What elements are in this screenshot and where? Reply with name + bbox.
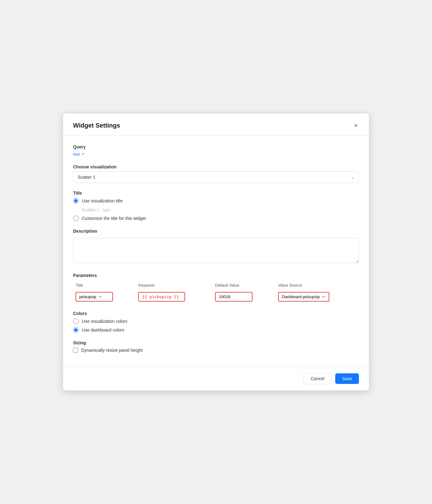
col-value-source: Value Source [276,281,359,290]
param-source-value: Dashboard pickupzip ✏ [278,292,329,302]
param-default-cell: 10018 [213,290,275,303]
colors-section: Colors Use visualization colors Use dash… [73,311,359,333]
description-section: Description [73,229,359,264]
dynamic-resize-label: Dynamically resize panel height [81,348,143,353]
use-dashboard-colors-radio[interactable] [73,327,79,333]
use-viz-colors-label: Use visualization colors [82,319,127,324]
param-default-value: 10018 [215,292,253,302]
save-button[interactable]: Save [335,373,359,384]
external-link-icon: ↗ [81,152,84,156]
visualization-select-wrapper: Scatter 1 Scatter 2 Bar Chart Line Chart… [73,171,359,183]
cancel-button[interactable]: Cancel [303,373,331,384]
dynamic-resize-checkbox[interactable] [73,348,78,353]
param-source-edit-icon[interactable]: ✏ [322,294,326,299]
customize-title-option[interactable]: Customize the title for this widget [73,216,359,221]
visualization-select[interactable]: Scatter 1 Scatter 2 Bar Chart Line Chart [73,171,359,183]
title-section: Title Use visualization title Scatter 1 … [73,191,359,221]
query-section: Query taxi ↗ [73,144,359,157]
description-textarea[interactable] [73,238,359,263]
param-source-text: Dashboard pickupzip [282,294,320,299]
title-label: Title [73,191,359,196]
param-title-text: pickupzip [79,294,96,299]
visualization-section: Choose visualization Scatter 1 Scatter 2… [73,164,359,183]
parameters-table: Title Keyword Default Value Value Source… [73,281,359,303]
use-viz-title-option[interactable]: Use visualization title [73,198,359,204]
visualization-label: Choose visualization [73,164,359,169]
query-label: Query [73,144,359,149]
colors-label: Colors [73,311,359,316]
col-default-value: Default Value [213,281,275,290]
sizing-label: Sizing [73,340,359,345]
widget-settings-modal: Widget Settings × Query taxi ↗ Choose vi… [63,114,369,390]
modal-header: Widget Settings × [63,114,369,136]
use-viz-title-radio[interactable] [73,198,79,204]
use-viz-title-label: Use visualization title [82,198,123,203]
query-link-text: taxi [73,152,80,157]
customize-title-label: Customize the title for this widget [82,216,146,221]
customize-title-radio[interactable] [73,216,79,221]
col-keyword: Keyword [136,281,213,290]
param-keyword-cell: {{ pickupzip }} [136,290,213,303]
dynamic-resize-option[interactable]: Dynamically resize panel height [73,348,359,353]
modal-footer: Cancel Save [63,368,369,390]
param-title-cell: pickupzip ✏ [73,290,136,303]
description-label: Description [73,229,359,234]
use-dashboard-colors-option[interactable]: Use dashboard colors [73,327,359,333]
table-row: pickupzip ✏ {{ pickupzip }} 10018 [73,290,359,303]
colors-radio-group: Use visualization colors Use dashboard c… [73,318,359,333]
modal-body: Query taxi ↗ Choose visualization Scatte… [63,136,369,368]
use-viz-colors-radio[interactable] [73,318,79,324]
modal-title: Widget Settings [73,122,120,129]
close-button[interactable]: × [353,121,359,130]
sizing-section: Sizing Dynamically resize panel height [73,340,359,353]
param-source-cell: Dashboard pickupzip ✏ [276,290,359,303]
parameters-label: Parameters [73,273,359,278]
param-keyword-value: {{ pickupzip }} [138,292,185,302]
param-default-text: 10018 [219,294,230,299]
use-viz-colors-option[interactable]: Use visualization colors [73,318,359,324]
title-radio-group: Use visualization title Scatter 1 - taxi… [73,198,359,221]
param-keyword-text: {{ pickupzip }} [142,294,179,299]
params-header-row: Title Keyword Default Value Value Source [73,281,359,290]
col-title: Title [73,281,136,290]
parameters-section: Parameters Title Keyword Default Value V… [73,273,359,303]
use-dashboard-colors-label: Use dashboard colors [82,327,124,332]
query-link[interactable]: taxi ↗ [73,152,84,157]
param-title-edit-icon[interactable]: ✏ [99,294,102,299]
param-title-value: pickupzip ✏ [76,292,113,302]
viz-title-placeholder: Scatter 1 - taxi [82,207,359,212]
